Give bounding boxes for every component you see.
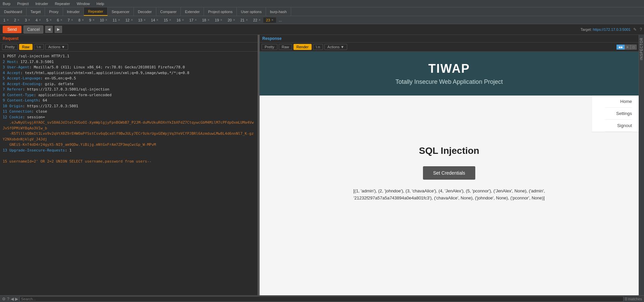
nav-forward-button[interactable]: ▶ [55,26,62,33]
response-label: Response [260,35,639,43]
resp-actions-button[interactable]: Actions ▼ [324,44,347,50]
menu-help[interactable]: Help [95,1,106,6]
req-line-10: 10 Origin: https://172.17.0.3:5001 [3,104,255,109]
target-url: https://172.17.0.3:5001 [593,27,631,32]
nav-settings[interactable]: Settings [605,108,632,120]
num-tab-1[interactable]: 1 × [1,17,11,23]
search-input[interactable] [19,296,624,302]
search-question-icon[interactable]: ? [7,297,9,301]
tab-target[interactable]: Target [26,7,45,16]
sql-result: [(1, 'admin'), (2, 'johndoe'), (3, 'chav… [332,188,567,202]
num-tab-16[interactable]: 16 × [174,17,186,23]
send-button[interactable]: Send [3,26,21,33]
tab-comparer[interactable]: Comparer [156,7,181,16]
cancel-button[interactable]: Cancel [23,25,43,34]
tool-tabs: Dashboard Target Proxy Intruder Repeater… [0,7,644,16]
edit-target-icon[interactable]: ✎ [633,27,637,32]
req-line-12a: 12 Cookie: session= [3,115,255,120]
resp-view-toggle: ■■ ≡ □ [616,45,637,50]
num-tab-2[interactable]: 2 × [11,17,22,23]
request-body[interactable]: 1 POST /sql-injection HTTP/1.1 2 Host: 1… [0,52,258,295]
num-tab-13[interactable]: 13 × [136,17,148,23]
resp-render-button[interactable]: Render [293,44,312,50]
nav-home[interactable]: Home [605,96,632,108]
num-tab-23[interactable]: 23 × [263,17,276,23]
req-actions-button[interactable]: Actions ▼ [45,44,68,50]
req-line-7: 7 Referer: https://172.17.0.3:5001/sql-i… [3,87,255,93]
search-next-icon[interactable]: ▶ [15,297,18,301]
tab-sequencer[interactable]: Sequencer [108,7,134,16]
num-tab-19[interactable]: 19 × [212,17,225,23]
set-credentials-button[interactable]: Set Credentials [423,166,475,180]
num-tab-4[interactable]: 4 × [33,17,44,23]
sql-injection-title: SQL Injection [419,145,479,156]
resp-pretty-button[interactable]: Pretty [262,44,277,50]
tab-project-options[interactable]: Project options [204,7,237,16]
response-toolbar: Pretty Raw Render \ n Actions ▼ ■■ ≡ □ [260,43,639,52]
render-frame: TIWAP Totally Insecure Web Application P… [260,52,639,295]
menu-repeater[interactable]: Repeater [53,1,71,6]
num-tab-22[interactable]: 22 × [251,17,263,23]
response-body: TIWAP Totally Insecure Web Application P… [260,52,639,295]
num-tab-8[interactable]: 8 × [76,17,87,23]
num-tab-11[interactable]: 11 × [110,17,123,23]
resp-actions-chevron-icon: ▼ [340,45,344,49]
tab-dashboard[interactable]: Dashboard [0,7,26,16]
menu-intruder[interactable]: Intruder [34,1,50,6]
tab-intruder[interactable]: Intruder [63,7,84,16]
tab-user-options[interactable]: User options [237,7,266,16]
num-tab-7[interactable]: 7 × [65,17,76,23]
num-tab-21[interactable]: 21 × [238,17,251,23]
search-settings-icon[interactable]: ⚙ [2,297,6,301]
tab-proxy[interactable]: Proxy [45,7,63,16]
req-line-8: 8 Content-Type: application/x-www-form-u… [3,93,255,98]
nav-back-button[interactable]: ◀ [45,26,53,33]
menu-window[interactable]: Window [75,1,91,6]
tab-repeater[interactable]: Repeater [84,7,107,16]
tab-decoder[interactable]: Decoder [134,7,156,16]
req-line-2: 2 Host: 172.17.0.3:5001 [3,59,255,65]
num-tab-18[interactable]: 18 × [199,17,212,23]
num-tab-3[interactable]: 3 × [22,17,33,23]
action-bar: Send Cancel ◀ ▶ Target: https://172.17.0… [0,24,644,35]
num-tab-9[interactable]: 9 × [87,17,97,23]
num-tab-15[interactable]: 15 × [161,17,174,23]
request-label: Request [0,35,258,43]
req-line-1: 1 POST /sql-injection HTTP/1.1 [3,54,255,59]
num-tab-5[interactable]: 5 × [44,17,54,23]
resp-ln-button[interactable]: \ n [313,44,323,50]
num-tab-17[interactable]: 17 × [186,17,199,23]
req-line-6: 6 Accept-Encoding: gzip, deflate [3,81,255,87]
search-bar: ⚙ ? ◀ ▶ 0 matches [0,295,644,302]
menu-project[interactable]: Project [16,1,30,6]
req-raw-button[interactable]: Raw [19,44,33,50]
req-pretty-button[interactable]: Pretty [2,44,18,50]
num-tab-6[interactable]: 6 × [54,17,65,23]
num-tab-more[interactable]: ... [276,17,284,23]
num-tab-12[interactable]: 12 × [123,17,136,23]
menu-burp[interactable]: Burp [1,1,12,6]
tiwap-title: TIWAP [266,62,632,76]
tab-extender[interactable]: Extender [181,7,204,16]
inspector-label: INSPECTOR [639,35,644,63]
req-ln-button[interactable]: \ n [34,44,44,50]
resp-toggle-list-button[interactable]: ≡ [625,45,631,50]
help-icon[interactable]: ? [640,27,642,32]
num-tab-20[interactable]: 20 × [225,17,238,23]
req-line-12d: GNEiS-KnT4dD4r24gyXS-NI9_am9QDw.YiBijg.m… [3,142,255,148]
search-prev-icon[interactable]: ◀ [11,297,14,301]
inspector-panel: INSPECTOR [639,35,644,295]
req-line-11: 11 Connection: close [3,109,255,115]
req-line-4: 4 Accept: text/html,application/xhtml+xm… [3,70,255,76]
resp-toggle-single-button[interactable]: □ [631,45,637,50]
req-line-9: 9 Content-Length: 64 [3,98,255,104]
request-toolbar: Pretty Raw \ n Actions ▼ [0,43,258,52]
menu-bar: Burp Project Intruder Repeater Window He… [0,0,644,7]
tab-burp-hash[interactable]: burp-hash [266,7,291,16]
resp-toggle-grid-button[interactable]: ■■ [616,45,625,50]
resp-raw-button[interactable]: Raw [279,44,292,50]
num-tab-10[interactable]: 10 × [97,17,110,23]
num-tab-14[interactable]: 14 × [148,17,161,23]
nav-signout[interactable]: Signout [605,120,632,132]
req-line-12b: .eJwNyUlvgjAYAOC_svS8A6JdItetZVGoOI-XymW… [3,120,255,131]
